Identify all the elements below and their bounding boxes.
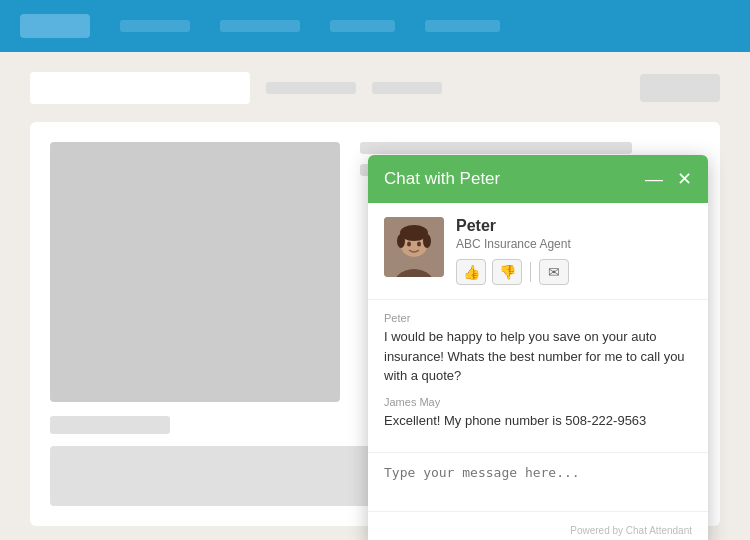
chat-input-area — [368, 452, 708, 511]
toolbar-action-button[interactable] — [640, 74, 720, 102]
card-bottom-tag — [50, 416, 170, 434]
card-text-line-1 — [360, 142, 632, 154]
thumbs-up-icon: 👍 — [463, 264, 480, 280]
chat-minimize-button[interactable]: — — [645, 170, 663, 188]
nav-logo[interactable] — [20, 14, 90, 38]
agent-actions: 👍 👎 ✉ — [456, 259, 692, 285]
card-image — [50, 142, 340, 402]
message-text-1: I would be happy to help you save on you… — [384, 327, 692, 386]
agent-details: Peter ABC Insurance Agent 👍 👎 ✉ — [456, 217, 692, 285]
message-sender-2: James May — [384, 396, 692, 408]
nav-link-4[interactable] — [425, 20, 500, 32]
chat-close-button[interactable]: ✕ — [677, 170, 692, 188]
thumbs-up-button[interactable]: 👍 — [456, 259, 486, 285]
svg-point-7 — [417, 242, 421, 247]
message-group-1: Peter I would be happy to help you save … — [384, 312, 692, 386]
email-icon: ✉ — [548, 264, 560, 280]
search-bar[interactable] — [30, 72, 250, 104]
svg-point-5 — [423, 234, 431, 248]
nav-link-3[interactable] — [330, 20, 395, 32]
toolbar-sort — [372, 82, 442, 94]
chat-header-actions: — ✕ — [645, 170, 692, 188]
agent-name: Peter — [456, 217, 692, 235]
agent-role: ABC Insurance Agent — [456, 237, 692, 251]
nav-link-2[interactable] — [220, 20, 300, 32]
thumbs-down-button[interactable]: 👎 — [492, 259, 522, 285]
svg-point-6 — [407, 242, 411, 247]
chat-input[interactable] — [384, 465, 692, 495]
chat-header: Chat with Peter — ✕ — [368, 155, 708, 203]
agent-info: Peter ABC Insurance Agent 👍 👎 ✉ — [368, 203, 708, 300]
nav-link-1[interactable] — [120, 20, 190, 32]
message-sender-1: Peter — [384, 312, 692, 324]
toolbar-row — [30, 72, 720, 104]
chat-footer: Powered by Chat Attendant — [368, 511, 708, 540]
top-nav — [0, 0, 750, 52]
chat-title: Chat with Peter — [384, 169, 500, 189]
message-group-2: James May Excellent! My phone number is … — [384, 396, 692, 431]
message-text-2: Excellent! My phone number is 508-222-95… — [384, 411, 692, 431]
thumbs-down-icon: 👎 — [499, 264, 516, 280]
toolbar-filter — [266, 82, 356, 94]
svg-point-4 — [397, 234, 405, 248]
email-button[interactable]: ✉ — [539, 259, 569, 285]
chat-messages: Peter I would be happy to help you save … — [368, 300, 708, 452]
chat-widget: Chat with Peter — ✕ — [368, 155, 708, 540]
action-divider — [530, 262, 531, 282]
agent-avatar — [384, 217, 444, 277]
chat-footer-text: Powered by Chat Attendant — [570, 525, 692, 536]
